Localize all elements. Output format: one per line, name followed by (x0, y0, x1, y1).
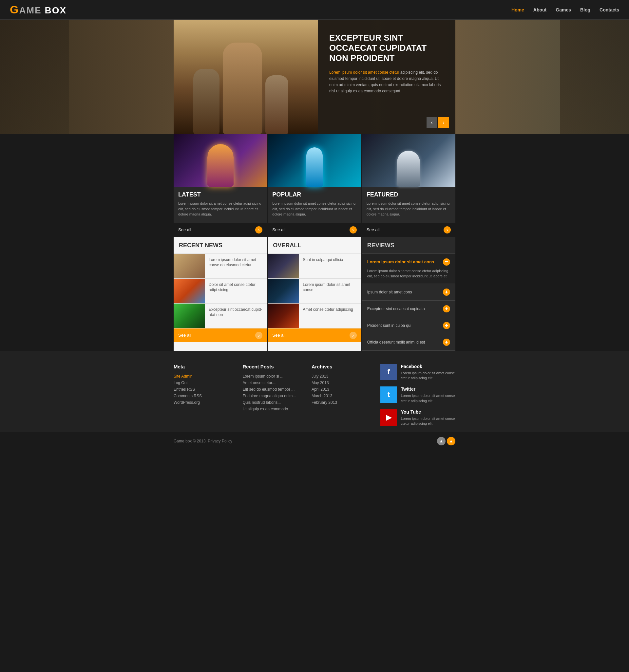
footer-privacy-link[interactable]: Privacy Policy (208, 439, 232, 443)
nav-contacts[interactable]: Contacts (600, 7, 619, 13)
game-cards-row: LATEST Lorem ipsum dolor sit amet conse … (173, 134, 456, 237)
overall-item-3: Amet conse ctetur adipiscing (267, 304, 361, 329)
news-item-2: Dolor sit amet conse ctetur adipi-sicing (173, 279, 267, 304)
footer-inner: Meta Site Admin Log Out Entries RSS Comm… (173, 364, 456, 432)
logo-box: BOX (45, 5, 67, 16)
footer-meta-col: Meta Site Admin Log Out Entries RSS Comm… (173, 364, 242, 432)
hero-desc-orange: Lorem ipsum dolor sit amet conse ctetur (329, 70, 399, 75)
news-item-1: Lorem ipsum dolor sit amet conse do eius… (173, 254, 267, 279)
popular-see-all-button[interactable]: See all › (267, 223, 361, 237)
latest-see-all-label: See all (178, 227, 191, 232)
twitter-icon: t (380, 386, 397, 403)
review-item-4-text: Officia deserunt mollit anim id est (367, 340, 425, 344)
review-row-3: Proident sunt in culpa qui + (367, 322, 450, 329)
popular-body: POPULAR Lorem ipsum dolor sit amet conse… (267, 187, 361, 223)
footer-copyright: Game box © 2013. Privacy Policy (173, 439, 232, 443)
facebook-icon: f (380, 364, 397, 380)
twitter-info: Twitter Lorem ipsum dolor sit amet conse… (401, 386, 456, 404)
popular-figure (267, 138, 361, 187)
review-expand-2-button[interactable]: + (443, 305, 450, 312)
featured-desc: Lorem ipsum dolor sit amet conse ctetur … (367, 201, 451, 217)
overall-arrow-icon: › (350, 332, 357, 339)
footer-archive-4-link[interactable]: March 2013 (311, 394, 374, 398)
overall-item-3-image (267, 304, 299, 328)
hero-container: EXCEPTEUR SINT OCCAECAT CUPIDATAT NON PR… (173, 20, 456, 134)
hero-next-button[interactable]: › (438, 117, 449, 128)
featured-arrow-icon: › (444, 226, 451, 234)
footer-meta-title: Meta (173, 364, 236, 369)
news-item-2-image (173, 279, 205, 303)
hero-prev-button[interactable]: ‹ (426, 117, 437, 128)
hero-fig-2 (193, 69, 219, 134)
facebook-desc: Lorem ipsum dolor sit amet conse ctetur … (401, 371, 456, 381)
overall-see-all-label: See all (272, 333, 285, 338)
popular-label: POPULAR (272, 191, 356, 198)
social-youtube: ▶ You Tube Lorem ipsum dolor sit amet co… (380, 409, 456, 426)
footer-post-2-link[interactable]: Amet onse ctetur.... (242, 381, 305, 385)
footer-entries-rss-link[interactable]: Entries RSS (173, 387, 236, 392)
footer-archive-5-link[interactable]: February 2013 (311, 400, 374, 405)
review-item-3: Proident sunt in culpa qui + (362, 317, 456, 334)
footer-wordpress-link[interactable]: WordPress.org (173, 400, 236, 405)
header: GAME BOX Home About Games Blog Contacts (0, 0, 629, 20)
footer-post-5-link[interactable]: Quis nostrud laboris... (242, 400, 305, 405)
popular-arrow-icon: › (350, 226, 357, 234)
hero-title: EXCEPTEUR SINT OCCAECAT CUPIDATAT NON PR… (329, 33, 444, 64)
hero-fig-1 (223, 43, 262, 134)
latest-see-all-button[interactable]: See all › (173, 223, 267, 237)
nav-about[interactable]: About (533, 7, 546, 13)
overall-item-1-text: Sunt in culpa qui officia (299, 254, 347, 278)
review-item-2: Excepteur sint occaecat cupidata + (362, 301, 456, 317)
footer-post-6-link[interactable]: Ut aliquip ex ea commodo... (242, 407, 305, 411)
nav-home[interactable]: Home (511, 7, 524, 13)
footer-site-admin-link[interactable]: Site Admin (173, 374, 236, 379)
footer-post-4-link[interactable]: Et dolore magna aliqua enim... (242, 394, 305, 398)
news-item-1-image (173, 254, 205, 278)
latest-body: LATEST Lorem ipsum dolor sit amet conse … (173, 187, 267, 223)
review-collapse-button[interactable]: − (443, 258, 450, 266)
footer-bottom: Game box © 2013. Privacy Policy ▲ ▲ (0, 432, 629, 450)
footer-archive-2-link[interactable]: May 2013 (311, 381, 374, 385)
overall-item-2: Lorem ipsum dolor sit amet conse (267, 279, 361, 304)
latest-image (173, 134, 267, 187)
featured-label: FEATURED (367, 191, 451, 198)
nav-games[interactable]: Games (556, 7, 571, 13)
twitter-desc: Lorem ipsum dolor sit amet conse ctetur … (401, 393, 456, 404)
featured-see-all-button[interactable]: See all › (362, 223, 456, 237)
review-active-item: Lorem ipsum dolor sit amet cons − Lorem … (362, 254, 456, 284)
overall-see-all-button[interactable]: See all › (267, 329, 361, 342)
news-item-3-text: Excepteur sint occaecat cupid-atat non (205, 304, 267, 328)
footer-post-1-link[interactable]: Lorem ipsum dolor si ... (242, 374, 305, 379)
game-card-featured: FEATURED Lorem ipsum dolor sit amet cons… (362, 134, 456, 237)
scroll-up-button[interactable]: ▲ (437, 437, 446, 446)
featured-see-all-label: See all (367, 227, 380, 232)
hero-image (173, 20, 318, 134)
review-expand-3-button[interactable]: + (443, 322, 450, 329)
youtube-title: You Tube (401, 409, 456, 415)
review-row-2: Excepteur sint occaecat cupidata + (367, 305, 450, 312)
footer-post-3-link[interactable]: Elit sed do eiusmod tempor ... (242, 387, 305, 392)
footer-bottom-inner: Game box © 2013. Privacy Policy ▲ ▲ (173, 437, 456, 446)
footer-archive-3-link[interactable]: April 2013 (311, 387, 374, 392)
review-active-desc: Lorem ipsum dolor sit amet conse ctetur … (367, 268, 450, 279)
facebook-info: Facebook Lorem ipsum dolor sit amet cons… (401, 364, 456, 381)
recent-news-col: RECENT NEWS Lorem ipsum dolor sit amet c… (173, 237, 267, 351)
popular-image (267, 134, 361, 187)
review-expand-1-button[interactable]: + (443, 289, 450, 296)
hero-bg-left (0, 20, 69, 134)
youtube-info: You Tube Lorem ipsum dolor sit amet cons… (401, 409, 456, 426)
bottom-row: RECENT NEWS Lorem ipsum dolor sit amet c… (173, 237, 456, 351)
main-nav: Home About Games Blog Contacts (511, 7, 619, 13)
popular-desc: Lorem ipsum dolor sit amet conse ctetur … (272, 201, 356, 217)
news-see-all-button[interactable]: See all › (173, 329, 267, 342)
footer-comments-rss-link[interactable]: Comments RSS (173, 394, 236, 398)
scroll-up-orange-button[interactable]: ▲ (447, 437, 456, 446)
footer-archive-1-link[interactable]: July 2013 (311, 374, 374, 379)
reviews-col: REVIEWS Lorem ipsum dolor sit amet cons … (362, 237, 456, 351)
review-expand-4-button[interactable]: + (443, 339, 450, 346)
featured-figure (362, 138, 456, 187)
footer-logout-link[interactable]: Log Out (173, 381, 236, 385)
latest-figure (173, 138, 267, 187)
review-item-1: Ipsum dolor sit amet cons + (362, 284, 456, 301)
nav-blog[interactable]: Blog (580, 7, 590, 13)
